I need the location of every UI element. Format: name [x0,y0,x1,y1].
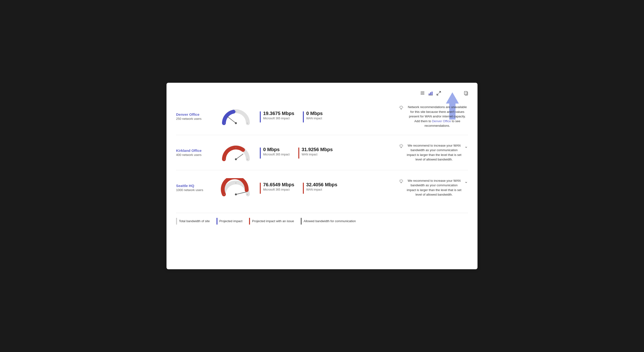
legend-label: Projected impact with an issue [252,219,294,223]
svg-point-44 [400,180,402,182]
chevron-icon[interactable]: ⌄ [464,144,468,149]
site-info: Kirkland Office 400 network users [176,148,217,157]
ms365-bar [260,183,261,194]
svg-rect-2 [420,94,424,94]
gauge [217,142,255,163]
gauge [217,106,255,127]
metrics: 19.3675 Mbps Microsoft 365 impact 0 Mbps… [255,110,392,122]
legend-bar [176,218,177,225]
svg-point-20 [400,106,402,109]
ms365-metric: 0 Mbps Microsoft 365 impact [260,147,290,159]
recommendation-text: We recommend to increase your WAN bandwi… [407,143,462,162]
svg-rect-3 [420,92,421,92]
lightbulb-icon [398,105,404,112]
legend-label: Projected impact [219,219,242,223]
wan-bar [303,183,304,194]
site-name[interactable]: Denver Office [176,112,217,116]
ms365-bar [260,111,261,122]
svg-point-40 [235,193,237,195]
site-info: Denver Office 250 network users [176,112,217,120]
site-users: 1000 network users [176,188,217,192]
svg-line-39 [236,192,246,194]
wan-label: WAN impact [306,188,337,191]
svg-rect-5 [430,92,431,95]
svg-point-28 [235,158,237,160]
svg-point-16 [235,122,237,124]
legend-bar [249,218,250,225]
recommendation-text: We recommend to increase your WAN bandwi… [407,178,462,197]
site-info: Seattle HQ 1000 network users [176,184,217,192]
legend-item: Projected impact with an issue [249,218,294,225]
recommendation: We recommend to increase your WAN bandwi… [392,143,468,162]
svg-line-8 [439,91,441,93]
metrics: 76.6549 Mbps Microsoft 365 impact 32.405… [255,182,392,194]
wan-value: 0 Mbps [306,110,323,116]
wan-bar [298,148,299,159]
lightbulb-icon [398,179,404,185]
ms365-label: Microsoft 365 impact [263,117,294,120]
legend-bar [301,218,302,225]
site-row: Kirkland Office 400 network users [176,135,468,170]
wan-metric: 32.4056 Mbps WAN impact [303,182,337,194]
site-users: 250 network users [176,117,217,120]
sites-container: Denver Office 250 network users [176,98,468,205]
svg-rect-4 [429,93,430,95]
legend-bar [216,218,218,225]
site-name[interactable]: Seattle HQ [176,184,217,188]
legend-label: Allowed bandwidth for communication [304,219,356,223]
site-name[interactable]: Kirkland Office [176,148,217,153]
ms365-value: 19.3675 Mbps [263,110,294,116]
site-row: Seattle HQ 1000 network users 76 [176,170,468,205]
ms365-value: 0 Mbps [263,147,290,152]
ms365-metric: 76.6549 Mbps Microsoft 365 impact [260,182,294,194]
svg-rect-0 [420,92,424,92]
wan-value: 32.4056 Mbps [306,182,337,187]
recommendation-text: Network recommendations are unavailable … [407,105,468,128]
ms365-label: Microsoft 365 impact [263,153,290,156]
copy-icon[interactable] [463,90,469,96]
legend-item: Total bandwidth of site [176,218,210,225]
svg-line-23 [400,106,400,106]
svg-point-32 [400,145,402,147]
legend-item: Allowed bandwidth for communication [301,218,356,225]
recommendation: Network recommendations are unavailable … [392,105,468,128]
svg-line-47 [400,180,400,180]
chart-icon[interactable] [428,90,434,96]
site-users: 400 network users [176,153,217,157]
gauge [217,177,255,198]
svg-line-27 [236,154,243,159]
metrics: 0 Mbps Microsoft 365 impact 31.9256 Mbps… [255,147,392,159]
svg-line-35 [400,145,400,145]
wan-bar [303,111,304,122]
lightbulb-icon [398,144,404,150]
legend-item: Projected impact [216,218,242,225]
expand-icon[interactable] [436,90,442,96]
svg-line-15 [227,116,236,123]
wan-value: 31.9256 Mbps [302,147,333,152]
wan-label: WAN impact [302,153,333,156]
ms365-bar [260,148,261,159]
svg-rect-12 [464,91,467,95]
svg-line-9 [437,93,438,95]
wan-metric: 31.9256 Mbps WAN impact [298,147,333,159]
main-card: Denver Office 250 network users [166,83,478,269]
recommendation: We recommend to increase your WAN bandwi… [392,178,468,197]
ms365-label: Microsoft 365 impact [263,188,294,191]
ms365-metric: 19.3675 Mbps Microsoft 365 impact [260,110,294,122]
legend-label: Total bandwidth of site [179,219,210,223]
wan-metric: 0 Mbps WAN impact [303,110,323,122]
wan-label: WAN impact [306,117,323,120]
list-icon[interactable] [420,90,425,96]
svg-rect-6 [432,92,432,95]
chevron-icon[interactable]: ⌄ [464,179,468,184]
svg-rect-1 [420,93,424,93]
legend: Total bandwidth of site Projected impact… [176,213,468,225]
ms365-value: 76.6549 Mbps [263,182,294,187]
